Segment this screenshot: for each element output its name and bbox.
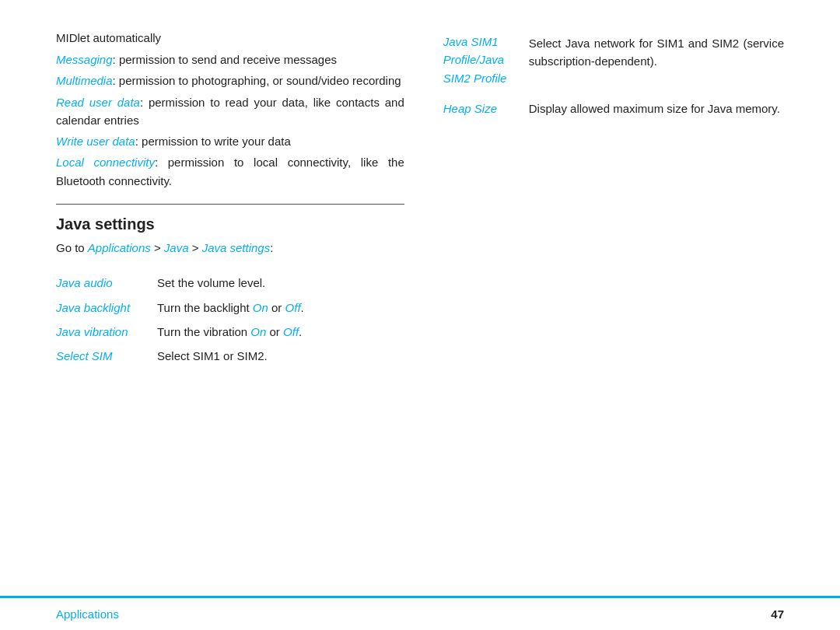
setting-select-sim: Select SIM Select SIM1 or SIM2. — [56, 344, 404, 368]
goto-sep2: > — [189, 241, 202, 254]
footer-applications-label: Applications — [56, 607, 119, 621]
setting-java-vibration: Java vibration Turn the vibration On or … — [56, 320, 404, 344]
right-column: Java SIM1Profile/JavaSIM2 Profile Select… — [428, 31, 784, 583]
multimedia-link: Multimedia — [56, 74, 113, 87]
permission-messaging: Messaging: permission to send and receiv… — [56, 51, 404, 68]
heap-size-label: Heap Size — [443, 90, 529, 121]
write-user-data-link: Write user data — [56, 135, 135, 148]
java-settings-heading: Java settings — [56, 215, 404, 233]
goto-java: Java — [164, 241, 189, 254]
java-sim-label: Java SIM1Profile/JavaSIM2 Profile — [443, 31, 529, 90]
goto-sep1: > — [151, 241, 164, 254]
goto-colon: : — [270, 241, 273, 254]
vibration-off: Off — [283, 325, 299, 338]
setting-java-backlight: Java backlight Turn the backlight On or … — [56, 296, 404, 320]
left-column: MIDlet automatically Messaging: permissi… — [56, 31, 428, 583]
heap-size-label-text: Heap Size — [443, 102, 497, 115]
page-content: MIDlet automatically Messaging: permissi… — [0, 0, 840, 630]
select-sim-label: Select SIM — [56, 344, 157, 368]
midlet-text: MIDlet automatically — [56, 31, 161, 44]
java-audio-desc: Set the volume level. — [157, 271, 404, 295]
permission-local-connectivity: Local connectivity: permission to local … — [56, 153, 404, 190]
goto-prefix: Go to — [56, 241, 88, 254]
right-item-java-sim: Java SIM1Profile/JavaSIM2 Profile Select… — [443, 31, 784, 90]
right-item-heap-size: Heap Size Display allowed maximum size f… — [443, 90, 784, 121]
multimedia-desc: : permission to photographing, or sound/… — [113, 74, 401, 87]
java-backlight-desc: Turn the backlight On or Off. — [157, 296, 404, 320]
section-divider — [56, 204, 404, 205]
select-sim-desc: Select SIM1 or SIM2. — [157, 344, 404, 368]
settings-table: Java audio Set the volume level. Java ba… — [56, 271, 404, 368]
permission-read-user-data: Read user data: permission to read your … — [56, 93, 404, 130]
java-vibration-label: Java vibration — [56, 320, 157, 344]
heap-size-desc: Display allowed maximum size for Java me… — [529, 90, 784, 121]
vibration-on: On — [250, 325, 266, 338]
java-sim-desc: Select Java network for SIM1 and SIM2 (s… — [529, 31, 784, 90]
main-body: MIDlet automatically Messaging: permissi… — [56, 31, 784, 583]
setting-java-audio: Java audio Set the volume level. — [56, 271, 404, 295]
backlight-off: Off — [285, 301, 301, 314]
footer-page-number: 47 — [771, 607, 784, 621]
write-user-data-desc: : permission to write your data — [135, 135, 291, 148]
permission-multimedia: Multimedia: permission to photographing,… — [56, 72, 404, 89]
footer: Applications 47 — [0, 596, 840, 630]
messaging-desc: : permission to send and receive message… — [113, 53, 337, 66]
java-audio-label: Java audio — [56, 271, 157, 295]
goto-java-settings: Java settings — [202, 241, 271, 254]
messaging-link: Messaging — [56, 53, 113, 66]
java-backlight-label: Java backlight — [56, 296, 157, 320]
backlight-on: On — [253, 301, 268, 314]
local-connectivity-link: Local connectivity — [56, 156, 155, 169]
java-vibration-desc: Turn the vibration On or Off. — [157, 320, 404, 344]
goto-applications: Applications — [88, 241, 151, 254]
right-column-table: Java SIM1Profile/JavaSIM2 Profile Select… — [443, 31, 784, 121]
read-user-data-link: Read user data — [56, 96, 140, 109]
permission-write-user-data: Write user data: permission to write you… — [56, 132, 404, 150]
midlet-intro: MIDlet automatically — [56, 31, 404, 44]
goto-line: Go to Applications > Java > Java setting… — [56, 240, 404, 257]
